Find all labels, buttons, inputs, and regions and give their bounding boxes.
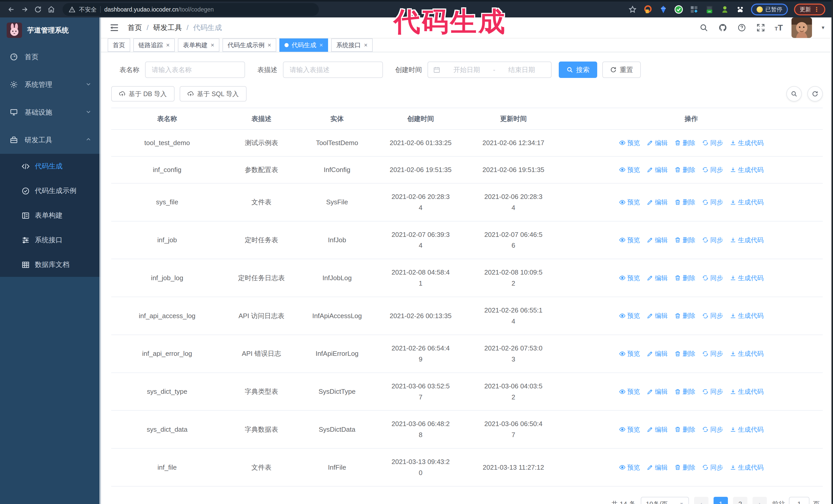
delete-link[interactable]: 删除: [674, 386, 695, 397]
search-button[interactable]: 搜索: [559, 62, 597, 78]
table-desc-input[interactable]: [283, 62, 383, 78]
preview-link[interactable]: 预览: [619, 386, 640, 397]
sidebar-item-devtools[interactable]: 研发工具: [0, 126, 101, 154]
generate-code-link[interactable]: 生成代码: [730, 462, 764, 473]
generate-code-link[interactable]: 生成代码: [730, 138, 764, 148]
user-avatar[interactable]: [791, 18, 812, 38]
sidebar-item-codegen[interactable]: 代码生成: [0, 154, 101, 178]
avatar-caret-icon[interactable]: ▼: [821, 25, 825, 30]
breadcrumb-home[interactable]: 首页: [128, 23, 142, 32]
sync-link[interactable]: 同步: [702, 310, 723, 321]
delete-link[interactable]: 删除: [674, 273, 695, 283]
reload-icon[interactable]: [32, 3, 44, 16]
edit-link[interactable]: 编辑: [647, 165, 668, 175]
app-logo-row[interactable]: 芋道管理系统: [0, 18, 101, 43]
sidebar-item-system-api[interactable]: 系统接口: [0, 227, 101, 252]
delete-link[interactable]: 删除: [674, 165, 695, 175]
close-icon[interactable]: ×: [211, 42, 214, 48]
browser-update-button[interactable]: 更新 ⋮: [794, 4, 825, 16]
sidebar-item-system[interactable]: 系统管理: [0, 71, 101, 98]
preview-link[interactable]: 预览: [619, 349, 640, 359]
generate-code-link[interactable]: 生成代码: [730, 349, 764, 359]
help-icon[interactable]: [737, 23, 747, 33]
preview-link[interactable]: 预览: [619, 424, 640, 435]
back-icon[interactable]: [5, 3, 18, 16]
close-icon[interactable]: ×: [166, 42, 170, 48]
profile-paused-badge[interactable]: 已暂停: [751, 4, 788, 16]
table-name-input[interactable]: [145, 62, 245, 78]
tab-链路追踪[interactable]: 链路追踪×: [133, 39, 175, 52]
sync-link[interactable]: 同步: [702, 197, 723, 208]
delete-link[interactable]: 删除: [674, 138, 695, 148]
extension-icon-paw[interactable]: [735, 4, 745, 15]
tab-代码生成[interactable]: 代码生成×: [279, 39, 328, 52]
address-bar[interactable]: 不安全 dashboard.yudao.iocoder.cn/tool/code…: [63, 3, 319, 16]
search-icon[interactable]: [699, 23, 709, 33]
close-icon[interactable]: ×: [319, 42, 323, 48]
toggle-search-button[interactable]: [786, 86, 802, 101]
edit-link[interactable]: 编辑: [647, 386, 668, 397]
tab-首页[interactable]: 首页: [108, 39, 130, 52]
extension-icon-on-badge[interactable]: on: [704, 4, 715, 15]
fullscreen-icon[interactable]: [756, 23, 766, 33]
preview-link[interactable]: 预览: [619, 273, 640, 283]
date-range-picker[interactable]: 开始日期 - 结束日期: [428, 62, 552, 78]
edit-link[interactable]: 编辑: [647, 462, 668, 473]
generate-code-link[interactable]: 生成代码: [730, 165, 764, 175]
sidebar-item-home[interactable]: 首页: [0, 43, 101, 71]
page-button-1[interactable]: 1: [714, 497, 728, 504]
github-icon[interactable]: [718, 23, 728, 33]
close-icon[interactable]: ×: [268, 42, 271, 48]
forward-icon[interactable]: [19, 3, 31, 16]
delete-link[interactable]: 删除: [674, 235, 695, 245]
sidebar-item-form-builder[interactable]: 表单构建: [0, 203, 101, 227]
page-size-select[interactable]: 10条/页 ▼: [641, 497, 689, 504]
edit-link[interactable]: 编辑: [647, 310, 668, 321]
generate-code-link[interactable]: 生成代码: [730, 310, 764, 321]
import-db-button[interactable]: 基于 DB 导入: [111, 86, 174, 101]
delete-link[interactable]: 删除: [674, 462, 695, 473]
sync-link[interactable]: 同步: [702, 424, 723, 435]
bookmark-star-icon[interactable]: [627, 4, 638, 15]
generate-code-link[interactable]: 生成代码: [730, 424, 764, 435]
browser-menu-icon[interactable]: ⋮: [813, 6, 820, 13]
delete-link[interactable]: 删除: [674, 197, 695, 208]
edit-link[interactable]: 编辑: [647, 424, 668, 435]
edit-link[interactable]: 编辑: [647, 235, 668, 245]
extension-icon-grid[interactable]: [689, 4, 699, 15]
extension-icon-green-figure[interactable]: [720, 4, 730, 15]
edit-link[interactable]: 编辑: [647, 138, 668, 148]
delete-link[interactable]: 删除: [674, 349, 695, 359]
delete-link[interactable]: 删除: [674, 424, 695, 435]
preview-link[interactable]: 预览: [619, 310, 640, 321]
sync-link[interactable]: 同步: [702, 138, 723, 148]
prev-page-button[interactable]: ‹: [694, 497, 709, 504]
generate-code-link[interactable]: 生成代码: [730, 386, 764, 397]
sidebar-item-codegen-example[interactable]: 代码生成示例: [0, 178, 101, 203]
extension-icon-orange[interactable]: [643, 4, 653, 15]
delete-link[interactable]: 删除: [674, 310, 695, 321]
preview-link[interactable]: 预览: [619, 165, 640, 175]
sync-link[interactable]: 同步: [702, 273, 723, 283]
sidebar-item-db-doc[interactable]: 数据库文档: [0, 252, 101, 277]
import-sql-button[interactable]: 基于 SQL 导入: [180, 86, 246, 101]
tab-代码生成示例[interactable]: 代码生成示例×: [222, 39, 276, 52]
refresh-button[interactable]: [807, 86, 823, 101]
extension-icon-gem[interactable]: [658, 4, 668, 15]
page-button-2[interactable]: 2: [733, 497, 747, 504]
preview-link[interactable]: 预览: [619, 197, 640, 208]
extension-icon-green-check[interactable]: [673, 4, 684, 15]
edit-link[interactable]: 编辑: [647, 349, 668, 359]
hamburger-icon[interactable]: [109, 22, 120, 33]
generate-code-link[interactable]: 生成代码: [730, 197, 764, 208]
breadcrumb-devtools[interactable]: 研发工具: [153, 23, 182, 32]
tab-表单构建[interactable]: 表单构建×: [178, 39, 219, 52]
preview-link[interactable]: 预览: [619, 138, 640, 148]
close-icon[interactable]: ×: [364, 42, 367, 48]
tab-系统接口[interactable]: 系统接口×: [331, 39, 373, 52]
edit-link[interactable]: 编辑: [647, 273, 668, 283]
edit-link[interactable]: 编辑: [647, 197, 668, 208]
sync-link[interactable]: 同步: [702, 386, 723, 397]
next-page-button[interactable]: ›: [753, 497, 767, 504]
sync-link[interactable]: 同步: [702, 165, 723, 175]
